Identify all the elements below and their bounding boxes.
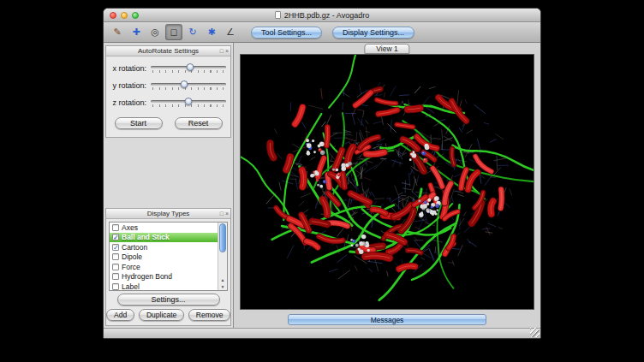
z-rotation-label: z rotation: (108, 98, 151, 107)
title-bar[interactable]: 2HHB.pdb.gz - Avogadro (104, 9, 540, 22)
list-item-label: Hydrogen Bond (122, 272, 172, 281)
select-icon: ◻ (170, 27, 177, 38)
slider-track (151, 83, 226, 86)
optimize-icon: ✱ (207, 27, 215, 38)
rotate-icon: ↻ (188, 27, 196, 38)
avogadro-window: 2HHB.pdb.gz - Avogadro ✎ ✚ ◎ ◻ ↻ ✱ ∠ Too… (103, 8, 541, 339)
float-panel-icon[interactable]: □ (220, 48, 224, 54)
z-rotation-row: z rotation: (108, 97, 226, 108)
list-item-force[interactable]: Force (110, 262, 218, 272)
pencil-icon: ✎ (113, 27, 121, 38)
list-item-label: Force (122, 263, 140, 271)
display-types-panel-titlebar[interactable]: Display Types □ × (106, 209, 230, 219)
display-types-panel: Display Types □ × Axes ✓ Ba (105, 208, 231, 326)
list-item-hydrogen-bond[interactable]: Hydrogen Bond (110, 272, 218, 282)
list-item-label: Cartoon (122, 243, 147, 252)
label-checkbox[interactable] (112, 283, 119, 290)
x-rotation-row: x rotation: (108, 62, 226, 74)
status-bar (104, 328, 540, 338)
window-title: 2HHB.pdb.gz - Avogadro (284, 11, 369, 20)
panel-controls: □ × (220, 209, 229, 218)
x-rotation-slider[interactable] (151, 62, 226, 74)
autorotate-panel-titlebar[interactable]: AutoRotate Settings □ × (106, 46, 230, 56)
select-tool-button[interactable]: ◻ (165, 24, 182, 40)
autorotate-panel-title: AutoRotate Settings (138, 47, 199, 55)
list-scrollbar[interactable]: ▲ ▼ (218, 223, 227, 290)
render-frame (240, 54, 534, 310)
slider-thumb[interactable] (186, 63, 194, 71)
dock-spacer (105, 138, 231, 208)
float-panel-icon[interactable]: □ (220, 211, 224, 217)
force-checkbox[interactable] (112, 264, 119, 270)
add-button[interactable]: Add (106, 309, 134, 321)
display-type-actions: Add Duplicate Remove (106, 309, 230, 321)
panel-controls: □ × (220, 46, 229, 56)
auto-optimize-tool-button[interactable]: ✱ (203, 24, 220, 40)
reset-button[interactable]: Reset (175, 117, 223, 129)
messages-button[interactable]: Messages (288, 314, 486, 325)
view-tab[interactable]: View 1 (364, 44, 409, 54)
navigate-icon: ✚ (132, 27, 140, 38)
close-panel-icon[interactable]: × (225, 48, 229, 54)
z-rotation-slider[interactable] (151, 97, 226, 108)
hydrogen-bond-checkbox[interactable] (112, 273, 119, 280)
ball-and-stick-checkbox[interactable]: ✓ (112, 234, 119, 240)
auto-rotate-tool-button[interactable]: ↻ (184, 24, 201, 40)
axes-checkbox[interactable] (112, 224, 119, 231)
list-item-cartoon[interactable]: ✓ Cartoon (110, 242, 218, 252)
display-types-panel-title: Display Types (147, 210, 190, 217)
traffic-lights (110, 12, 139, 19)
display-type-settings-button[interactable]: Settings... (117, 294, 220, 306)
close-panel-icon[interactable]: × (225, 211, 229, 217)
list-item-label: Dipole (122, 252, 142, 261)
slider-thumb[interactable] (185, 98, 193, 105)
left-dock: AutoRotate Settings □ × x rotation: (104, 43, 234, 328)
slider-ticks (152, 87, 224, 90)
list-item-label: Ball and Stick (122, 233, 170, 241)
document-icon (275, 11, 281, 19)
list-item-ball-and-stick[interactable]: ✓ Ball and Stick (110, 233, 218, 243)
scrollbar-thumb[interactable] (219, 223, 226, 252)
list-item-dipole[interactable]: Dipole (110, 252, 218, 263)
dipole-checkbox[interactable] (112, 253, 119, 260)
duplicate-button[interactable]: Duplicate (139, 309, 184, 321)
y-rotation-label: y rotation: (108, 81, 151, 90)
autorotate-panel: AutoRotate Settings □ × x rotation: (105, 45, 231, 138)
zoom-icon: ◎ (151, 27, 159, 38)
main-content: AutoRotate Settings □ × x rotation: (104, 43, 540, 328)
measure-tool-button[interactable]: ∠ (222, 24, 239, 40)
screen: 2HHB.pdb.gz - Avogadro ✎ ✚ ◎ ◻ ↻ ✱ ∠ Too… (0, 0, 644, 362)
window-title-wrap: 2HHB.pdb.gz - Avogadro (275, 11, 369, 20)
x-rotation-label: x rotation: (108, 64, 151, 73)
measure-icon: ∠ (226, 27, 235, 38)
remove-button[interactable]: Remove (188, 309, 230, 321)
autorotate-buttons: Start Reset (106, 117, 230, 129)
scroll-down-icon[interactable]: ▼ (218, 283, 227, 290)
zoom-window-button[interactable] (132, 12, 139, 19)
y-rotation-slider[interactable] (151, 80, 226, 91)
molecule-canvas[interactable] (241, 55, 534, 309)
scroll-up-icon[interactable]: ▲ (218, 276, 227, 283)
list-item-axes[interactable]: Axes (110, 223, 218, 233)
display-types-list: Axes ✓ Ball and Stick ✓ Cartoon Dipol (109, 222, 228, 291)
y-rotation-row: y rotation: (108, 80, 226, 91)
list-item-label-type[interactable]: Label (110, 282, 218, 291)
toolbar: ✎ ✚ ◎ ◻ ↻ ✱ ∠ Tool Settings... Display S… (104, 22, 540, 43)
viewport-area: View 1 Messages (234, 43, 540, 328)
start-button[interactable]: Start (115, 117, 163, 129)
draw-tool-button[interactable]: ✎ (109, 24, 126, 40)
slider-thumb[interactable] (180, 80, 188, 88)
resize-grip[interactable] (530, 328, 540, 337)
display-settings-button[interactable]: Display Settings... (332, 27, 414, 39)
list-item-label: Axes (122, 223, 138, 232)
close-window-button[interactable] (110, 12, 116, 19)
cartoon-checkbox[interactable]: ✓ (112, 244, 119, 251)
minimize-window-button[interactable] (121, 12, 128, 19)
zoom-tool-button[interactable]: ◎ (146, 24, 164, 40)
list-item-label: Label (122, 282, 140, 291)
navigate-tool-button[interactable]: ✚ (128, 24, 145, 40)
tool-settings-button[interactable]: Tool Settings... (251, 27, 322, 39)
